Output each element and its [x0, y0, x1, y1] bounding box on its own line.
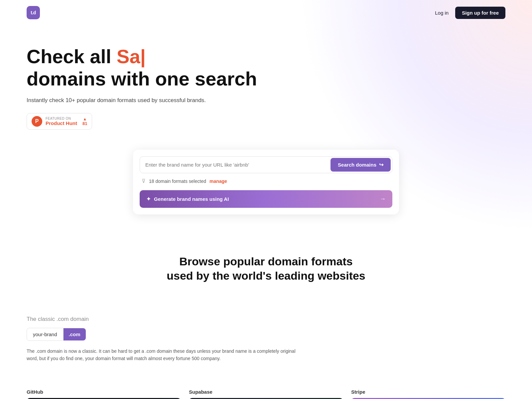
ai-bar-arrow-icon: →: [380, 196, 386, 202]
domain-classic-label: The classic .com domain: [27, 316, 505, 323]
search-button[interactable]: Search domains ↪: [331, 158, 391, 172]
upvote-arrow-icon: ▲: [83, 117, 87, 121]
upvote-count: 81: [82, 121, 87, 126]
navbar: t.d Log in Sign up for free: [0, 0, 532, 25]
list-item: GitHub Let's build from here: [27, 389, 181, 399]
signup-button[interactable]: Sign up for free: [455, 7, 505, 19]
product-hunt-upvote: ▲ 81: [82, 117, 87, 126]
hero-title-highlight: Sa|: [117, 46, 146, 67]
logo[interactable]: t.d: [27, 6, 40, 19]
domain-brand-part: your-brand: [27, 328, 64, 341]
list-item: Stripe Financial: [351, 389, 505, 399]
browse-section: Browse popular domain formats used by th…: [0, 234, 532, 316]
login-button[interactable]: Log in: [435, 10, 449, 16]
ai-bar-content: ✦ Generate brand names using AI: [146, 196, 229, 202]
browse-title: Browse popular domain formats used by th…: [166, 254, 366, 283]
manage-button[interactable]: manage: [209, 179, 227, 184]
search-input-row: Search domains ↪: [140, 156, 392, 173]
company-name-github: GitHub: [27, 389, 181, 395]
hero-subtitle: Instantly check 10+ popular domain forma…: [27, 97, 339, 104]
hero-title-line2: domains with one search: [27, 67, 339, 90]
domain-ext-part: .com: [64, 328, 86, 340]
product-hunt-badge[interactable]: P FEATURED ON Product Hunt ▲ 81: [27, 113, 92, 130]
domain-pill-row: your-brand .com: [27, 328, 505, 341]
filter-text: 18 domain formats selected: [149, 179, 206, 184]
company-grid: GitHub Let's build from here Supabase Su…: [0, 389, 532, 399]
nav-actions: Log in Sign up for free: [435, 7, 505, 19]
search-card: Search domains ↪ ⊽ 18 domain formats sel…: [133, 150, 399, 214]
company-name-supabase: Supabase: [189, 389, 343, 395]
domain-classic-description: The .com domain is now a classic. It can…: [27, 347, 299, 362]
domain-section: The classic .com domain your-brand .com …: [0, 316, 532, 389]
hero-title: Check all Sa|: [27, 45, 339, 67]
product-hunt-icon: P: [32, 116, 42, 127]
hero-title-prefix: Check all: [27, 46, 117, 67]
product-hunt-text: FEATURED ON Product Hunt: [46, 117, 77, 126]
company-name-stripe: Stripe: [351, 389, 505, 395]
hero-section: Check all Sa| domains with one search In…: [0, 25, 366, 143]
list-item: Supabase Supabase: [189, 389, 343, 399]
search-section: Search domains ↪ ⊽ 18 domain formats sel…: [0, 143, 532, 234]
filter-row: ⊽ 18 domain formats selected manage: [140, 173, 392, 186]
search-input[interactable]: [145, 159, 331, 170]
product-hunt-name: Product Hunt: [46, 120, 77, 126]
ai-bar-label: Generate brand names using AI: [154, 196, 229, 202]
sparkle-icon: ✦: [146, 196, 151, 202]
search-arrow-icon: ↪: [379, 162, 383, 168]
filter-icon: ⊽: [142, 178, 146, 184]
search-button-label: Search domains: [338, 162, 376, 168]
ai-generate-bar[interactable]: ✦ Generate brand names using AI →: [140, 190, 392, 208]
featured-on-label: FEATURED ON: [46, 117, 77, 120]
